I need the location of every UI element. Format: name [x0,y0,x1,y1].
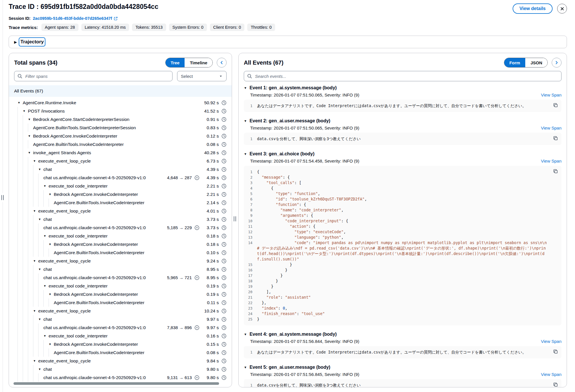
latency-clock-icon [221,125,227,130]
caret-down-icon[interactable]: ▼ [43,284,49,287]
caret-down-icon[interactable]: ▼ [49,243,54,246]
caret-down-icon[interactable]: ▼ [23,109,28,113]
span-row[interactable]: ▼AgentCore.Runtime.Invoke50.92 s [14,99,227,107]
span-row[interactable]: ▼Bedrock AgentCore.StartCodeInterpreterS… [14,115,227,123]
span-row[interactable]: ▼chat3.73 s [14,215,227,223]
span-row[interactable]: ▼execute_tool code_interpreter2.21 s [14,182,227,190]
span-row[interactable]: AgentCore.BuiltinTools.InvokeCodeInterpr… [14,198,227,207]
span-row[interactable]: ▼Bedrock AgentCore.InvokeCodeInterpreter… [14,240,227,248]
all-events-selected-row[interactable]: All Events (67) [9,85,232,97]
caret-down-icon[interactable]: ▼ [49,293,54,296]
span-row[interactable]: AgentCore.BuiltinTools.StartCodeInterpre… [14,123,227,132]
event-header[interactable]: ▼Event 1: gen_ai.system.message (body) [244,85,561,90]
caret-down-icon[interactable]: ▼ [43,184,49,188]
view-span-link[interactable]: View Span [541,92,561,97]
caret-down-icon[interactable]: ▼ [33,209,38,213]
caret-down-icon[interactable]: ▼ [38,218,43,221]
caret-down-icon[interactable]: ▼ [43,234,49,237]
span-filter-select[interactable]: Select [177,71,227,81]
span-row[interactable]: ▼chat9.97 s [14,315,227,323]
span-duration: 41.52 s [202,109,219,114]
span-duration: 3.73 s [202,217,219,222]
span-row[interactable]: chat us.anthropic.claude-sonnet-4-5-2025… [14,223,227,232]
span-row[interactable]: ▼execute_event_loop_cycle9.24 s [14,257,227,265]
span-row[interactable]: AgentCore.BuiltinTools.InvokeCodeInterpr… [14,248,227,257]
span-row[interactable]: ▼POST /invocations41.52 s [14,107,227,115]
caret-down-icon[interactable]: ▼ [244,119,247,123]
event-header[interactable]: ▼Event 3: gen_ai.choice (body) [244,151,561,157]
span-row[interactable]: ▼Bedrock AgentCore.InvokeCodeInterpreter… [14,340,227,348]
span-row[interactable]: ▼Bedrock AgentCore.InvokeCodeInterpreter… [14,132,227,140]
event-header[interactable]: ▼Event 4: gen_ai.system.message (body) [244,332,561,337]
copy-button[interactable] [553,135,559,142]
session-id-link[interactable]: 2ac0959b-51d6-453f-bdde-07d265e6347f [33,16,118,21]
caret-down-icon[interactable]: ▼ [43,334,49,337]
span-row[interactable]: AgentCore.BuiltinTools.InvokeCodeInterpr… [14,140,227,148]
code-line: 9 "arguments": { [248,213,557,218]
caret-down-icon[interactable]: ▼ [244,152,247,156]
span-row[interactable]: chat us.anthropic.claude-sonnet-4-5-2025… [14,373,227,382]
collapse-right-panel-button[interactable] [552,58,561,67]
panel-resize-handle[interactable] [233,214,237,223]
copy-button[interactable] [553,168,559,175]
span-row[interactable]: ▼Bedrock AgentCore.InvokeCodeInterpreter… [14,190,227,198]
toggle-timeline[interactable]: Timeline [185,58,212,67]
caret-down-icon[interactable]: ▼ [33,259,38,262]
span-row[interactable]: ▼execute_event_loop_cycle10.24 s [14,307,227,315]
caret-down-icon[interactable]: ▼ [38,168,43,171]
search-events-input[interactable] [244,71,561,81]
copy-button[interactable] [553,102,559,109]
caret-down-icon[interactable]: ▼ [38,318,43,321]
caret-down-icon[interactable]: ▼ [18,101,23,104]
caret-down-icon[interactable]: ▼ [244,333,247,336]
close-button[interactable] [557,4,567,13]
view-span-link[interactable]: View Span [541,159,561,163]
span-row[interactable]: chat us.anthropic.claude-sonnet-4-5-2025… [14,273,227,282]
event-header[interactable]: ▼Event 5: gen_ai.user.message (body) [244,365,561,370]
span-row[interactable]: ▼execute_event_loop_cycle4.01 s [14,207,227,215]
caret-down-icon[interactable]: ▼ [33,309,38,312]
event-header[interactable]: ▼Event 2: gen_ai.user.message (body) [244,118,561,123]
copy-button[interactable] [553,382,559,387]
span-row[interactable]: chat us.anthropic.claude-sonnet-4-5-2025… [14,173,227,182]
trajectory-section[interactable]: ▶ Trajectory [9,36,567,48]
caret-down-icon[interactable]: ▼ [49,343,54,346]
span-row[interactable]: ▼invoke_agent Strands Agents40.28 s [14,148,227,157]
span-row[interactable]: chat us.anthropic.claude-sonnet-4-5-2025… [14,323,227,332]
caret-down-icon[interactable]: ▼ [244,86,247,90]
collapse-left-panel-button[interactable] [217,58,227,67]
filter-spans-input[interactable] [14,71,172,81]
copy-button[interactable] [553,349,559,356]
view-details-button[interactable]: View details [513,3,553,14]
drawer-resize-handle[interactable] [1,193,5,202]
view-span-link[interactable]: View Span [541,125,561,130]
caret-down-icon[interactable]: ▼ [49,193,54,196]
span-row[interactable]: ▼execute_tool code_interpreter0.19 s [14,282,227,290]
span-row[interactable]: ▼execute_tool code_interpreter0.16 s [14,332,227,340]
caret-down-icon[interactable]: ▼ [28,134,33,138]
view-span-link[interactable]: View Span [541,372,561,377]
toggle-json[interactable]: JSON [525,58,547,67]
span-row[interactable]: AgentCore.BuiltinTools.InvokeCodeInterpr… [14,348,227,357]
toggle-tree[interactable]: Tree [166,58,185,67]
caret-down-icon[interactable]: ▼ [244,366,247,369]
span-row[interactable]: ▼chat4.39 s [14,165,227,173]
span-row[interactable]: ▼execute_event_loop_cycle9.84 s [14,357,227,365]
span-row[interactable]: ▼execute_event_loop_cycle6.73 s [14,157,227,165]
toggle-form[interactable]: Form [504,58,526,67]
indent-guides [18,240,49,248]
span-row[interactable]: ▼Bedrock AgentCore.InvokeCodeInterpreter… [14,290,227,298]
span-label: chat us.anthropic.claude-sonnet-4-5-2025… [43,175,146,180]
caret-down-icon[interactable]: ▼ [28,118,33,121]
span-row[interactable]: AgentCore.BuiltinTools.InvokeCodeInterpr… [14,298,227,307]
view-span-link[interactable]: View Span [541,339,561,344]
caret-down-icon[interactable]: ▼ [33,159,38,163]
caret-down-icon[interactable]: ▼ [38,268,43,271]
horizontal-scrollbar[interactable] [14,382,219,385]
span-row[interactable]: ▼chat8.95 s [14,265,227,273]
caret-down-icon[interactable]: ▼ [38,368,43,371]
span-row[interactable]: ▼execute_tool code_interpreter0.18 s [14,232,227,240]
span-row[interactable]: ▼chat9.80 s [14,365,227,373]
caret-down-icon[interactable]: ▼ [28,151,33,154]
caret-down-icon[interactable]: ▼ [33,359,38,362]
